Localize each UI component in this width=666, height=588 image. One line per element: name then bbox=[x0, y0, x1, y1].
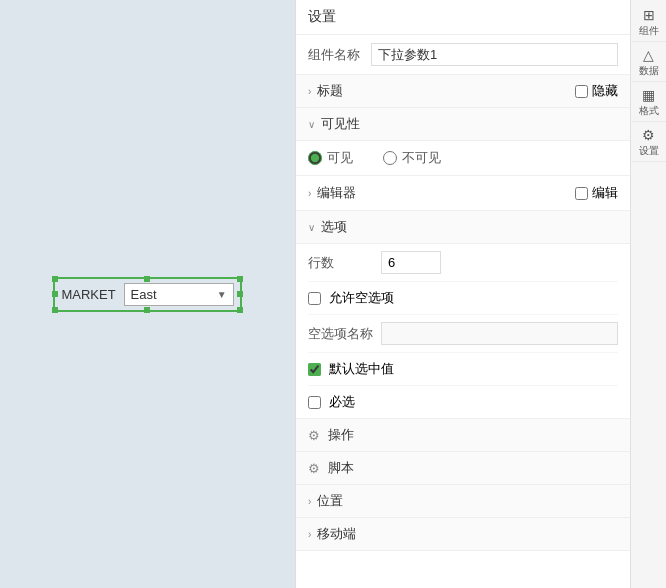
title-hide-label: 隐藏 bbox=[592, 82, 618, 100]
resize-handle-bl[interactable] bbox=[52, 307, 58, 313]
right-sidebar: ⊞ 组件 △ 数据 ▦ 格式 ⚙ 设置 bbox=[630, 0, 666, 588]
required-row: 必选 bbox=[308, 386, 618, 418]
resize-handle-tm[interactable] bbox=[144, 276, 150, 282]
resize-handle-br[interactable] bbox=[237, 307, 243, 313]
component-label: 组件 bbox=[639, 24, 659, 37]
component-name-row: 组件名称 bbox=[296, 35, 630, 75]
widget-label: MARKET bbox=[61, 287, 115, 302]
editor-checkbox[interactable] bbox=[575, 187, 588, 200]
rows-input[interactable] bbox=[381, 251, 441, 274]
section-position-header[interactable]: › 位置 bbox=[296, 485, 630, 518]
editor-label: 编辑 bbox=[592, 184, 618, 202]
visible-radio[interactable] bbox=[308, 151, 322, 165]
options-section-label: 选项 bbox=[321, 218, 347, 236]
component-icon: ⊞ bbox=[643, 8, 655, 22]
script-gear-icon: ⚙ bbox=[308, 461, 320, 476]
invisible-radio[interactable] bbox=[383, 151, 397, 165]
component-name-label: 组件名称 bbox=[308, 46, 363, 64]
allow-empty-row: 允许空选项 bbox=[308, 282, 618, 315]
mobile-section-arrow-icon: › bbox=[308, 529, 311, 540]
section-actions-header[interactable]: ⚙ 操作 bbox=[296, 419, 630, 452]
allow-empty-label: 允许空选项 bbox=[329, 289, 394, 307]
actions-section-label: 操作 bbox=[328, 426, 354, 444]
required-checkbox[interactable] bbox=[308, 396, 321, 409]
format-icon: ▦ bbox=[642, 88, 655, 102]
sidebar-btn-format[interactable]: ▦ 格式 bbox=[632, 84, 666, 122]
title-section-arrow-icon: › bbox=[308, 86, 311, 97]
canvas-area: MARKET East ▼ bbox=[0, 0, 295, 588]
settings-panel: 设置 组件名称 › 标题 隐藏 ∨ 可见性 可见 不可见 bbox=[295, 0, 630, 588]
title-section-label: 标题 bbox=[317, 82, 343, 100]
settings-title: 设置 bbox=[296, 0, 630, 35]
section-options-header[interactable]: ∨ 选项 bbox=[296, 211, 630, 244]
rows-row: 行数 bbox=[308, 244, 618, 282]
empty-name-input[interactable] bbox=[381, 322, 618, 345]
rows-label: 行数 bbox=[308, 254, 373, 272]
settings-icon: ⚙ bbox=[642, 128, 655, 142]
mobile-section-label: 移动端 bbox=[317, 525, 356, 543]
empty-name-row: 空选项名称 bbox=[308, 315, 618, 353]
visibility-radio-group: 可见 不可见 bbox=[308, 149, 618, 167]
format-label: 格式 bbox=[639, 104, 659, 117]
actions-gear-icon: ⚙ bbox=[308, 428, 320, 443]
section-editor-header[interactable]: › 编辑器 编辑 bbox=[296, 176, 630, 211]
visible-option[interactable]: 可见 bbox=[308, 149, 353, 167]
data-icon: △ bbox=[643, 48, 654, 62]
widget-select-value: East bbox=[131, 287, 157, 302]
default-selected-label: 默认选中值 bbox=[329, 360, 394, 378]
resize-handle-mr[interactable] bbox=[237, 291, 243, 297]
required-label: 必选 bbox=[329, 393, 355, 411]
resize-handle-ml[interactable] bbox=[52, 291, 58, 297]
empty-name-label: 空选项名称 bbox=[308, 325, 373, 343]
section-title-header[interactable]: › 标题 隐藏 bbox=[296, 75, 630, 108]
visibility-section-arrow-icon: ∨ bbox=[308, 119, 315, 130]
options-content: 行数 允许空选项 空选项名称 默认选中值 必选 bbox=[296, 244, 630, 419]
resize-handle-bm[interactable] bbox=[144, 307, 150, 313]
data-label: 数据 bbox=[639, 64, 659, 77]
title-hide-checkbox[interactable] bbox=[575, 85, 588, 98]
component-name-input[interactable] bbox=[371, 43, 618, 66]
widget-select[interactable]: East ▼ bbox=[124, 283, 234, 306]
section-visibility-header[interactable]: ∨ 可见性 bbox=[296, 108, 630, 141]
resize-handle-tl[interactable] bbox=[52, 276, 58, 282]
editor-right: 编辑 bbox=[575, 184, 618, 202]
title-section-right: 隐藏 bbox=[575, 82, 618, 100]
visibility-options: 可见 不可见 bbox=[296, 141, 630, 176]
settings-label: 设置 bbox=[639, 144, 659, 157]
default-selected-checkbox[interactable] bbox=[308, 363, 321, 376]
default-selected-row: 默认选中值 bbox=[308, 353, 618, 386]
visible-label: 可见 bbox=[327, 149, 353, 167]
resize-handle-tr[interactable] bbox=[237, 276, 243, 282]
options-section-arrow-icon: ∨ bbox=[308, 222, 315, 233]
widget-container[interactable]: MARKET East ▼ bbox=[53, 277, 241, 312]
section-script-header[interactable]: ⚙ 脚本 bbox=[296, 452, 630, 485]
sidebar-btn-data[interactable]: △ 数据 bbox=[632, 44, 666, 82]
sidebar-btn-settings[interactable]: ⚙ 设置 bbox=[632, 124, 666, 162]
sidebar-btn-component[interactable]: ⊞ 组件 bbox=[632, 4, 666, 42]
allow-empty-checkbox[interactable] bbox=[308, 292, 321, 305]
position-section-arrow-icon: › bbox=[308, 496, 311, 507]
invisible-option[interactable]: 不可见 bbox=[383, 149, 441, 167]
dropdown-arrow-icon: ▼ bbox=[217, 289, 227, 300]
script-section-label: 脚本 bbox=[328, 459, 354, 477]
section-mobile-header[interactable]: › 移动端 bbox=[296, 518, 630, 551]
invisible-label: 不可见 bbox=[402, 149, 441, 167]
visibility-section-label: 可见性 bbox=[321, 115, 360, 133]
editor-section-arrow-icon: › bbox=[308, 188, 311, 199]
position-section-label: 位置 bbox=[317, 492, 343, 510]
editor-section-label: 编辑器 bbox=[317, 184, 356, 202]
